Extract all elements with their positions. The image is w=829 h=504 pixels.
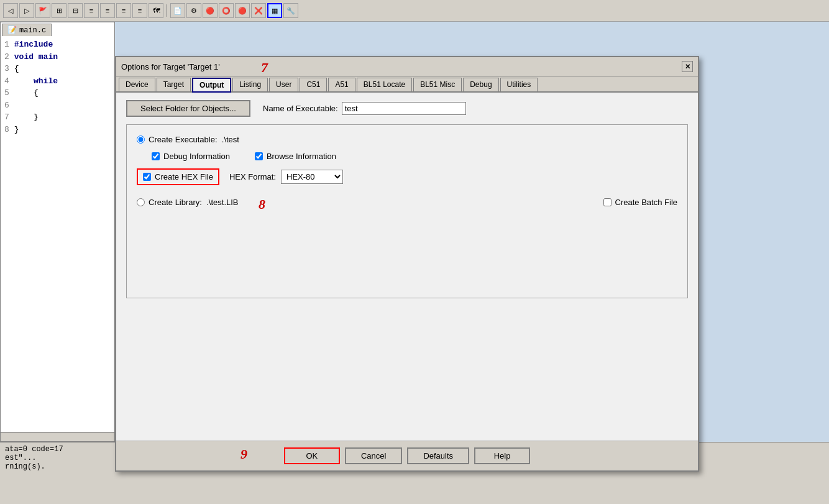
create-batch-file-label: Create Batch File: [615, 198, 677, 207]
toolbar-btn-4[interactable]: ⊟: [68, 3, 83, 18]
tab-bl51-misc[interactable]: BL51 Misc: [413, 78, 462, 91]
options-panel: Create Executable: .\test Debug Informat…: [126, 124, 688, 298]
ok-button[interactable]: OK: [284, 447, 340, 464]
tab-listing[interactable]: Listing: [232, 78, 268, 91]
checkbox-group: Debug Information Browse Information: [137, 152, 677, 161]
toolbar-btn-1[interactable]: ◁: [3, 3, 18, 18]
create-executable-row: Create Executable: .\test: [137, 135, 677, 144]
create-hex-file-label: Create HEX File: [155, 172, 213, 181]
hex-file-box: Create HEX File: [137, 168, 219, 185]
defaults-button[interactable]: Defaults: [407, 447, 469, 464]
toolbar-btn-stop[interactable]: 🔴: [235, 3, 250, 18]
ide-toolbar: ◁ ▷ 🚩 ⊞ ⊟ ≡ ≡ ≡ ≡ 🗺 📄 ⚙ 🔴 ⭕ 🔴 ❌ ▦ 🔧: [0, 0, 829, 22]
hex-format-label: HEX Format:: [229, 172, 276, 181]
dialog-title: Options for Target 'Target 1': [121, 62, 220, 71]
toolbar-btn-flag[interactable]: 🚩: [35, 3, 50, 18]
toolbar-btn-6[interactable]: ≡: [100, 3, 115, 18]
ide-background: ◁ ▷ 🚩 ⊞ ⊟ ≡ ≡ ≡ ≡ 🗺 📄 ⚙ 🔴 ⭕ 🔴 ❌ ▦ 🔧 📝 ma…: [0, 0, 829, 504]
debug-info-wrapper: Debug Information: [152, 152, 230, 161]
editor-tab-label: main.c: [19, 26, 46, 35]
name-exec-input[interactable]: [342, 102, 466, 115]
create-hex-file-checkbox[interactable]: [143, 173, 151, 181]
lib-batch-row: Create Library: .\test.LIB Create Batch …: [137, 198, 677, 207]
toolbar-btn-2[interactable]: ▷: [19, 3, 34, 18]
help-button[interactable]: Help: [474, 447, 530, 464]
create-executable-label: Create Executable: .\test: [149, 135, 239, 144]
tab-a51[interactable]: A51: [328, 78, 355, 91]
cancel-button[interactable]: Cancel: [345, 447, 402, 464]
tab-utilities[interactable]: Utilities: [500, 78, 538, 91]
dialog-titlebar: Options for Target 'Target 1' ✕: [116, 57, 698, 76]
toolbar-btn-wrench[interactable]: 🔧: [283, 3, 298, 18]
toolbar-btn-map[interactable]: 🗺: [149, 3, 163, 18]
dialog-content: Select Folder for Objects... Name of Exe…: [116, 93, 698, 441]
create-batch-file-checkbox[interactable]: [603, 198, 611, 206]
toolbar-btn-dbg[interactable]: ▦: [267, 3, 282, 18]
toolbar-btn-3[interactable]: ⊞: [52, 3, 66, 18]
toolbar-btn-circle[interactable]: ⭕: [219, 3, 234, 18]
editor-tab-icon: 📝: [7, 25, 17, 35]
toolbar-btn-7[interactable]: ≡: [116, 3, 131, 18]
hex-row: Create HEX File HEX Format: HEX-80 HEX-3…: [137, 168, 677, 185]
tab-debug[interactable]: Debug: [463, 78, 498, 91]
ide-editor: 📝 main.c 123 456 78 #include void main {…: [0, 22, 115, 442]
browse-information-checkbox[interactable]: [255, 152, 263, 160]
browse-info-wrapper: Browse Information: [255, 152, 336, 161]
tab-output[interactable]: Output: [192, 78, 231, 93]
browse-information-label: Browse Information: [267, 152, 336, 161]
editor-scrollbar[interactable]: [0, 432, 115, 442]
tab-c51[interactable]: C51: [300, 78, 327, 91]
line-numbers: 123 456 78: [4, 39, 9, 135]
debug-information-checkbox[interactable]: [152, 152, 160, 160]
tab-target[interactable]: Target: [157, 78, 191, 91]
create-library-row: Create Library: .\test.LIB: [137, 198, 239, 207]
close-button[interactable]: ✕: [682, 61, 693, 72]
toolbar-btn-target[interactable]: 🔴: [203, 3, 218, 18]
top-row: Select Folder for Objects... Name of Exe…: [126, 100, 688, 117]
dialog-buttons: OK Cancel Defaults Help: [116, 441, 698, 470]
name-exec-label: Name of Executable:: [263, 104, 338, 113]
create-library-radio[interactable]: [137, 198, 145, 206]
toolbar-separator-1: [167, 4, 167, 17]
editor-content: 123 456 78 #include void main { while { …: [2, 36, 113, 438]
toolbar-btn-doc[interactable]: 📄: [170, 3, 185, 18]
code-content: #include void main { while { } }: [14, 39, 58, 135]
tab-user[interactable]: User: [269, 78, 298, 91]
create-batch-file-wrapper: Create Batch File: [603, 198, 677, 207]
options-dialog: Options for Target 'Target 1' ✕ Device T…: [115, 56, 699, 472]
hex-format-select[interactable]: HEX-80 HEX-386: [281, 170, 343, 184]
tab-bl51-locate[interactable]: BL51 Locate: [357, 78, 412, 91]
toolbar-btn-cog[interactable]: ⚙: [186, 3, 201, 18]
toolbar-btn-err[interactable]: ❌: [251, 3, 266, 18]
toolbar-btn-8[interactable]: ≡: [132, 3, 147, 18]
create-executable-radio[interactable]: [137, 135, 145, 144]
select-folder-button[interactable]: Select Folder for Objects...: [126, 100, 250, 117]
tab-bar: Device Target Output Listing User C51 A5…: [116, 76, 698, 93]
tab-device[interactable]: Device: [119, 78, 155, 91]
editor-tab[interactable]: 📝 main.c: [2, 24, 52, 36]
debug-information-label: Debug Information: [163, 152, 230, 161]
create-library-label: Create Library: .\test.LIB: [149, 198, 239, 207]
toolbar-btn-5[interactable]: ≡: [84, 3, 99, 18]
